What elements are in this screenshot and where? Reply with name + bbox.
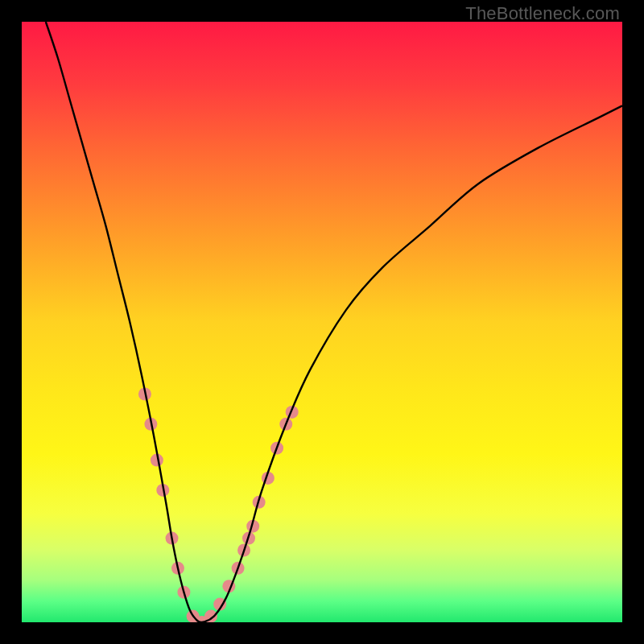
curve-layer	[22, 22, 622, 622]
chart-frame: TheBottleneck.com	[0, 0, 644, 644]
highlight-markers	[138, 388, 299, 622]
bottleneck-curve	[46, 22, 622, 622]
plot-area	[22, 22, 622, 622]
